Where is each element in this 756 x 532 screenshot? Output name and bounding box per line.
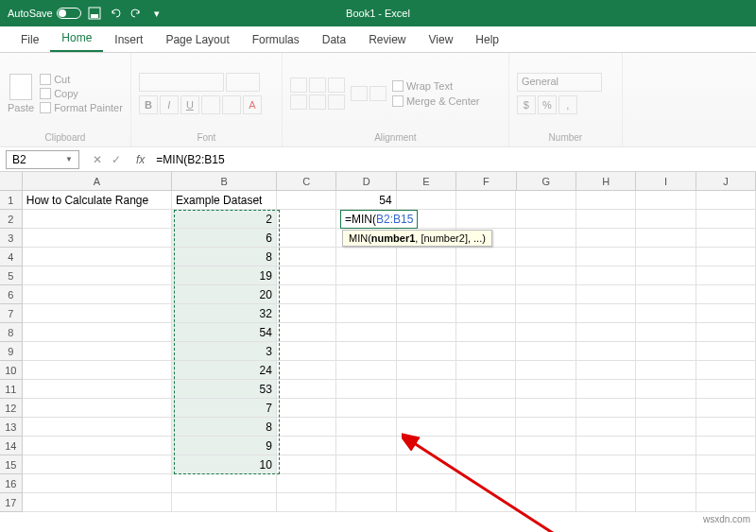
cell-G2[interactable] <box>516 210 576 229</box>
cell-I6[interactable] <box>636 285 696 304</box>
cell-F6[interactable] <box>456 285 516 304</box>
tab-home[interactable]: Home <box>50 26 103 52</box>
cell-E10[interactable] <box>397 361 456 380</box>
comma-button[interactable]: , <box>558 95 577 114</box>
cell-D7[interactable] <box>336 304 396 323</box>
cell-C10[interactable] <box>277 361 336 380</box>
cell-C1[interactable] <box>277 191 336 210</box>
col-header-D[interactable]: D <box>336 172 396 190</box>
cell-edit-D2[interactable]: =MIN(B2:B15 <box>340 210 418 229</box>
cell-I16[interactable] <box>636 474 696 493</box>
col-header-A[interactable]: A <box>23 172 172 190</box>
cell-B1[interactable]: Example Dataset <box>172 191 277 210</box>
cell-J3[interactable] <box>696 229 756 248</box>
cell-B14[interactable]: 9 <box>172 437 277 455</box>
cell-B5[interactable]: 19 <box>172 266 277 285</box>
cell-J2[interactable] <box>696 210 756 229</box>
cell-F11[interactable] <box>456 380 516 399</box>
cell-F12[interactable] <box>456 399 516 418</box>
cell-I9[interactable] <box>636 342 696 361</box>
cell-B6[interactable]: 20 <box>172 285 277 304</box>
worksheet[interactable]: A B C D E F G H I J 1How to Calculate Ra… <box>0 172 756 512</box>
tab-view[interactable]: View <box>418 27 465 52</box>
cell-D5[interactable] <box>336 266 396 285</box>
formula-input[interactable]: =MIN(B2:B15 <box>152 151 756 168</box>
cell-B15[interactable]: 10 <box>172 455 277 474</box>
cell-J7[interactable] <box>696 304 756 323</box>
cell-B11[interactable]: 53 <box>172 380 277 399</box>
cell-B17[interactable] <box>172 493 277 512</box>
cell-B8[interactable]: 54 <box>172 323 277 342</box>
cell-I13[interactable] <box>636 418 696 437</box>
cell-F10[interactable] <box>456 361 516 380</box>
cell-I8[interactable] <box>636 323 696 342</box>
cell-G1[interactable] <box>516 191 576 210</box>
cell-J15[interactable] <box>696 455 756 474</box>
cell-J13[interactable] <box>696 418 756 437</box>
select-all-corner[interactable] <box>0 172 23 190</box>
cell-A3[interactable] <box>23 229 172 248</box>
cell-D14[interactable] <box>336 437 396 455</box>
cell-D17[interactable] <box>336 493 396 512</box>
cell-D4[interactable] <box>336 248 396 266</box>
cell-J16[interactable] <box>696 474 756 493</box>
row-header[interactable]: 9 <box>0 342 23 361</box>
cell-D8[interactable] <box>336 323 396 342</box>
cell-A7[interactable] <box>23 304 172 323</box>
cell-H2[interactable] <box>576 210 636 229</box>
cell-I10[interactable] <box>636 361 696 380</box>
align-bottom-button[interactable] <box>328 77 345 93</box>
cell-B7[interactable]: 32 <box>172 304 277 323</box>
cell-G8[interactable] <box>516 323 576 342</box>
row-header[interactable]: 5 <box>0 266 23 285</box>
cell-H15[interactable] <box>576 455 636 474</box>
cell-J8[interactable] <box>696 323 756 342</box>
cell-B16[interactable] <box>172 474 277 493</box>
row-header[interactable]: 8 <box>0 323 23 342</box>
cell-B9[interactable]: 3 <box>172 342 277 361</box>
cell-C8[interactable] <box>277 323 336 342</box>
row-header[interactable]: 2 <box>0 210 23 229</box>
paste-button[interactable]: Paste <box>8 57 34 130</box>
cell-G6[interactable] <box>516 285 576 304</box>
font-family-select[interactable] <box>139 73 224 92</box>
cell-A11[interactable] <box>23 380 172 399</box>
cell-F9[interactable] <box>456 342 516 361</box>
undo-icon[interactable] <box>108 6 123 21</box>
cell-H1[interactable] <box>576 191 636 210</box>
cell-H9[interactable] <box>576 342 636 361</box>
cell-D11[interactable] <box>336 380 396 399</box>
cell-J12[interactable] <box>696 399 756 418</box>
cell-A2[interactable] <box>23 210 172 229</box>
cell-B3[interactable]: 6 <box>172 229 277 248</box>
cell-J9[interactable] <box>696 342 756 361</box>
cell-I5[interactable] <box>636 266 696 285</box>
row-header[interactable]: 16 <box>0 474 23 493</box>
cell-H11[interactable] <box>576 380 636 399</box>
row-header[interactable]: 15 <box>0 455 23 474</box>
row-header[interactable]: 10 <box>0 361 23 380</box>
cell-E7[interactable] <box>397 304 456 323</box>
cell-G12[interactable] <box>516 399 576 418</box>
cell-I7[interactable] <box>636 304 696 323</box>
redo-icon[interactable] <box>129 6 144 21</box>
col-header-H[interactable]: H <box>576 172 636 190</box>
underline-button[interactable]: U <box>180 95 199 114</box>
align-left-button[interactable] <box>290 94 307 110</box>
cell-E6[interactable] <box>397 285 456 304</box>
align-top-button[interactable] <box>290 77 307 93</box>
cell-B4[interactable]: 8 <box>172 248 277 266</box>
border-button[interactable] <box>201 95 220 114</box>
cell-C7[interactable] <box>277 304 336 323</box>
chevron-down-icon[interactable]: ▼ <box>65 155 73 163</box>
cell-D16[interactable] <box>336 474 396 493</box>
enter-formula-button[interactable]: ✓ <box>112 153 121 166</box>
cell-C15[interactable] <box>277 455 336 474</box>
cell-C9[interactable] <box>277 342 336 361</box>
row-header[interactable]: 1 <box>0 191 23 210</box>
cell-G10[interactable] <box>516 361 576 380</box>
cell-G9[interactable] <box>516 342 576 361</box>
cell-G7[interactable] <box>516 304 576 323</box>
italic-button[interactable]: I <box>160 95 179 114</box>
cell-H17[interactable] <box>576 493 636 512</box>
